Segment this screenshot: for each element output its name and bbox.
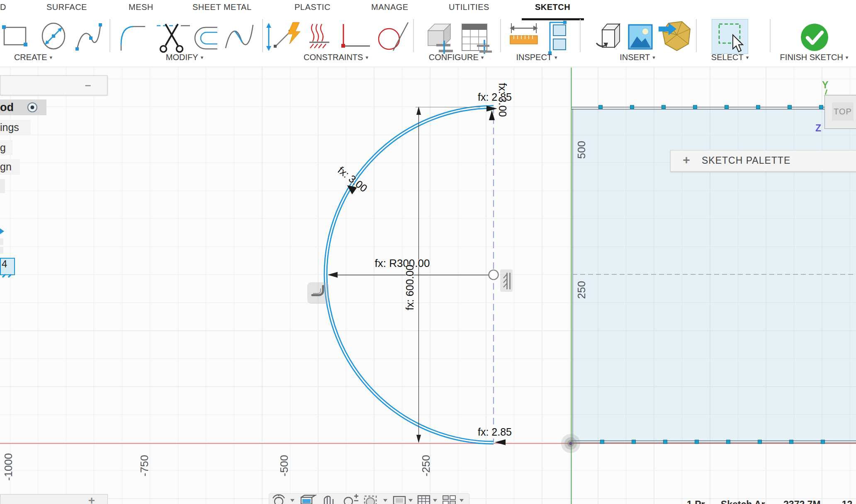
group-insert[interactable]: INSERT▾ [606,53,669,62]
finish-sketch-icon[interactable] [801,24,828,51]
insert-image-icon[interactable] [629,25,652,49]
dimension-label-bottom[interactable]: fx: 2.85 [468,426,522,438]
display-settings-icon[interactable] [394,497,405,504]
auto-dimension-lightning-icon [288,22,300,44]
viewports-dropdown-caret[interactable] [460,499,464,502]
chevron-down-icon: ▾ [50,54,53,61]
y-tick-250: 250 [575,271,588,309]
orbit-icon[interactable] [273,495,285,504]
add-item-button[interactable]: + [85,496,98,504]
spline-tool-icon[interactable] [75,23,102,51]
group-select[interactable]: SELECT▾ [699,53,761,62]
display-dropdown-caret[interactable] [409,499,413,502]
group-modify[interactable]: MODIFY▾ [156,53,214,62]
finish-sketch-button[interactable]: FINISH SKETCH▾ [773,53,856,62]
axis-y-label: Y [822,80,828,91]
browser-item[interactable]: g [0,140,12,155]
chevron-down-icon: ▾ [846,54,849,61]
active-component-radio[interactable] [26,102,40,114]
browser-item-stub[interactable] [0,238,3,245]
browser-item[interactable]: gn [0,159,20,175]
configuration-table-icon[interactable] [462,24,492,54]
axis-z-label: Z [815,123,821,134]
insert-derive-icon[interactable] [596,24,620,47]
fillet-tool-icon[interactable] [121,27,145,51]
chevron-down-icon: ▾ [746,54,749,61]
group-configure[interactable]: CONFIGURE▾ [423,53,489,62]
trim-tool-icon[interactable] [157,24,190,52]
pan-icon[interactable] [324,496,333,504]
collapse-browser-button[interactable]: – [82,81,94,90]
x-tick--1000: -1000 [2,448,15,486]
orbit-dropdown-caret[interactable] [290,499,294,502]
fix-constraint-icon[interactable] [309,24,329,48]
offset-tool-icon[interactable] [195,27,217,49]
fit-icon[interactable] [365,496,376,504]
grid-dropdown-caret[interactable] [433,499,437,502]
view-cube-top-label[interactable]: TOP [832,107,854,116]
measure-icon[interactable] [510,23,538,44]
group-inspect[interactable]: INSPECT▾ [506,53,568,62]
x-tick--500: -500 [278,447,291,485]
dimension-label-top-vertical[interactable]: fx: 3.00 [496,83,508,133]
x-tick--750: -750 [138,447,151,485]
group-create[interactable]: CREATE▾ [4,53,62,62]
status-bar-text: 1 Pr Sketch Ar 2372.7M 12 [687,499,856,504]
fit-dropdown-caret[interactable] [383,499,387,502]
browser-item-stub[interactable] [0,247,3,254]
chevron-down-icon: ▾ [365,54,368,61]
grid-snaps-icon[interactable] [418,496,430,504]
navigation-bar-icons [269,493,469,504]
x-tick--250: -250 [420,447,433,485]
y-tick-500: 500 [575,131,588,169]
browser-item-stub[interactable] [0,179,5,193]
tangent-constraint-icon[interactable] [379,22,408,51]
chevron-down-icon: ▾ [652,54,655,61]
configure-feature-icon[interactable] [428,24,453,54]
spline-modify-icon[interactable] [226,25,253,48]
sketch-palette-label[interactable]: SKETCH PALETTE [702,155,790,166]
viewports-icon[interactable] [443,496,455,504]
rectangle-tool-icon[interactable] [2,25,27,46]
group-constraints[interactable]: CONSTRAINTS▾ [297,53,375,62]
sketch-dimension-icon[interactable] [266,22,300,51]
look-at-icon[interactable] [301,495,315,504]
dimension-label-top[interactable]: fx: 2.85 [468,91,522,103]
mouse-cursor [732,34,748,54]
vertical-horizontal-constraint-icon[interactable] [341,24,370,48]
browser-expand-chevron-icon[interactable] [0,228,5,235]
circle-diameter-tool-icon[interactable] [42,23,65,49]
expand-plus-icon[interactable]: + [680,153,693,166]
chevron-down-icon: ▾ [481,54,484,61]
insert-mesh-icon[interactable] [659,22,690,51]
zoom-icon[interactable] [344,494,358,504]
chevron-down-icon: ▾ [554,54,557,61]
browser-item[interactable]: ings [0,120,31,135]
dimension-label-radius[interactable]: fx: R300.00 [369,257,435,270]
browser-item-sketch-selected[interactable]: 4 [0,258,15,275]
chevron-down-icon: ▾ [201,54,204,61]
sketch-icon [2,273,14,278]
section-analysis-icon[interactable] [548,21,567,55]
dimension-label-height[interactable]: fx: 600.00 [404,259,416,317]
